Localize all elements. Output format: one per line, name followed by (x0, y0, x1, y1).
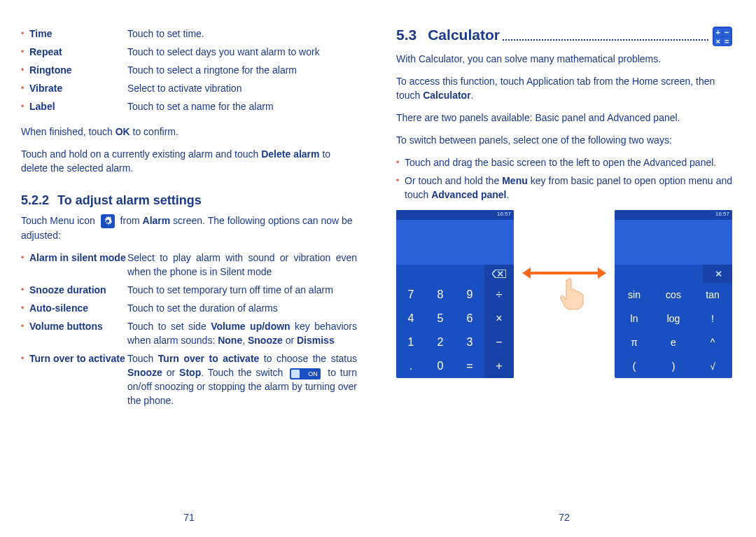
term: Ringtone (29, 63, 127, 77)
calc-key: ^ (693, 330, 732, 354)
term: Turn over to activate (29, 351, 127, 365)
term: Vibrate (29, 81, 127, 95)
bullet-icon: • (21, 45, 29, 59)
calc-key: 3 (455, 330, 484, 354)
calc-key: cos (654, 283, 693, 307)
hand-pointer-icon (559, 276, 587, 311)
page-right: 5.3 Calculator +−×= With Calculator, you… (396, 27, 732, 523)
calc-key: 1 (396, 330, 426, 354)
calc-key: ) (654, 354, 693, 378)
bullet-icon: • (21, 99, 29, 113)
swipe-gesture (522, 266, 606, 322)
term: Snooze duration (29, 283, 127, 297)
bullet-icon: • (21, 81, 29, 95)
bullet-icon: • (21, 251, 29, 265)
term: Volume buttons (29, 319, 127, 333)
paragraph: To access this function, touch Applicati… (396, 74, 732, 102)
description: Touch to set time. (127, 27, 357, 41)
definition-row: •RepeatTouch to select days you want ala… (21, 45, 357, 59)
calc-key: × (484, 307, 514, 330)
backspace-icon (484, 265, 514, 283)
description: Touch Turn over to activate to choose th… (127, 351, 357, 407)
calc-key: tan (693, 283, 732, 307)
calc-key: √ (693, 354, 732, 378)
calculator-advanced-panel: 16:57 sincostanlnlog!πe^()√ (615, 210, 732, 378)
calculator-basic-panel: 16:57 789÷456×123−.0=+ (396, 210, 514, 378)
calc-key: 0 (426, 354, 455, 378)
bullet-icon: • (21, 63, 29, 77)
text: Or touch and hold the Menu key from basi… (405, 174, 732, 202)
bold: Delete alarm (261, 148, 319, 160)
bullet-item: • Touch and drag the basic screen to the… (396, 155, 732, 169)
description: Touch to set side Volume up/down key beh… (127, 319, 357, 347)
page-left: •TimeTouch to set time.•RepeatTouch to s… (21, 27, 357, 523)
text: Touch Menu icon (21, 215, 98, 226)
description: Touch to set a name for the alarm (127, 99, 357, 113)
bullet-icon: • (21, 27, 29, 41)
paragraph: There are two panels available: Basic pa… (396, 111, 732, 125)
bullet-item: • Or touch and hold the Menu key from ba… (396, 174, 732, 202)
calc-key: e (654, 330, 693, 354)
arrow-right-icon (598, 267, 606, 279)
gear-icon (101, 214, 115, 228)
calc-key: 5 (426, 307, 455, 330)
calc-key: 2 (426, 330, 455, 354)
delete-line: Touch and hold on a currently existing a… (21, 147, 357, 175)
definition-row: •RingtoneTouch to select a ringtone for … (21, 63, 357, 77)
description: Select to activate vibration (127, 81, 357, 95)
bullet-icon: • (21, 319, 29, 333)
heading-number: 5.2.2 (21, 193, 49, 207)
definition-row: •Auto-silenceTouch to set the duration o… (21, 301, 357, 315)
calc-key: 4 (396, 307, 426, 330)
status-bar: 16:57 (615, 210, 732, 220)
bullet-icon: • (396, 155, 405, 169)
definition-row: •LabelTouch to set a name for the alarm (21, 99, 357, 113)
calc-key: ( (615, 354, 654, 378)
description: Touch to set the duration of alarms (127, 301, 357, 315)
calculator-display (615, 220, 732, 265)
bullet-icon: • (21, 301, 29, 315)
term: Auto-silence (29, 301, 127, 315)
calc-key: . (396, 354, 426, 378)
calc-key: π (615, 330, 654, 354)
definition-row: •VibrateSelect to activate vibration (21, 81, 357, 95)
calc-key: sin (615, 283, 654, 307)
bullet-icon: • (21, 283, 29, 297)
paragraph: To switch between panels, select one of … (396, 133, 732, 147)
definition-row: •Alarm in silent modeSelect to play alar… (21, 251, 357, 279)
page-number-right: 72 (396, 512, 732, 523)
bullet-icon: • (21, 351, 29, 365)
description: Select to play alarm with sound or vibra… (127, 251, 357, 279)
description: Touch to select days you want alarm to w… (127, 45, 357, 59)
term: Alarm in silent mode (29, 251, 127, 265)
heading-5-2-2: 5.2.2To adjust alarm settings (21, 193, 357, 208)
heading-title: To adjust alarm settings (57, 193, 202, 207)
calc-key: + (484, 354, 514, 378)
bullet-icon: • (396, 174, 405, 188)
definition-row: •TimeTouch to set time. (21, 27, 357, 41)
calc-key: log (654, 307, 693, 330)
calculator-illustration: 16:57 789÷456×123−.0=+ 16:57 sincostanln… (396, 210, 732, 378)
term: Time (29, 27, 127, 41)
text: When finished, touch (21, 126, 115, 137)
page-number-left: 71 (21, 512, 357, 523)
dot-leader (503, 31, 708, 41)
calc-key: 9 (455, 283, 484, 307)
status-bar: 16:57 (396, 210, 514, 220)
text: to confirm. (130, 126, 178, 137)
calc-key: − (484, 330, 514, 354)
calc-key: ! (693, 307, 732, 330)
calculator-app-icon: +−×= (713, 27, 732, 46)
bold: Alarm (143, 215, 171, 226)
calc-key: 8 (426, 283, 455, 307)
section-heading-5-3: 5.3 Calculator +−×= (396, 27, 732, 46)
section-title: Calculator (428, 27, 500, 43)
bold: OK (115, 126, 130, 137)
backspace-icon (703, 265, 732, 283)
calc-key: 7 (396, 283, 426, 307)
calc-key: 6 (455, 307, 484, 330)
calculator-display (396, 220, 514, 265)
definition-row: •Snooze durationTouch to set temporary t… (21, 283, 357, 297)
finish-line: When finished, touch OK to confirm. (21, 125, 357, 139)
calc-key: = (455, 354, 484, 378)
